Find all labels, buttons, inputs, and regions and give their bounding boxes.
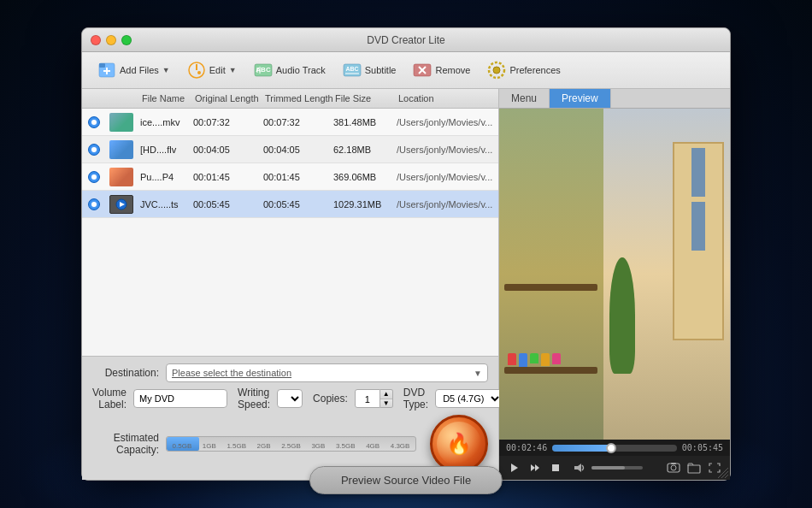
burn-button[interactable]: 🔥 xyxy=(430,415,488,473)
svg-point-17 xyxy=(493,67,500,74)
cap-marker-3: 1.5GB xyxy=(223,442,250,451)
row3-name: Pu....P4 xyxy=(137,172,190,182)
video-frame xyxy=(499,109,730,440)
row2-thumbnail xyxy=(109,140,133,159)
add-files-label: Add Files xyxy=(120,65,159,75)
copies-value: 1 xyxy=(355,389,380,408)
svg-marker-22 xyxy=(531,464,535,471)
shelf-1 xyxy=(504,367,597,374)
svg-rect-1 xyxy=(99,63,105,68)
edit-arrow: ▼ xyxy=(229,66,237,74)
table-row[interactable]: Pu....P4 00:01:45 00:01:45 369.06MB /Use… xyxy=(82,163,498,191)
stop-button[interactable] xyxy=(547,459,564,476)
header-trimmed: Trimmed Length xyxy=(260,92,330,105)
row3-thumb xyxy=(106,168,137,186)
play-button[interactable] xyxy=(506,459,523,476)
video-left xyxy=(499,109,603,440)
row2-size: 62.18MB xyxy=(330,145,393,155)
svg-point-6 xyxy=(197,71,201,74)
table-row[interactable]: JVC.....ts 00:05:45 00:05:45 1029.31MB /… xyxy=(82,191,498,218)
audio-track-button[interactable]: ABC Audio Track xyxy=(247,57,332,83)
item-red xyxy=(508,353,516,365)
row3-location: /Users/jonly/Movies/v... xyxy=(393,172,498,182)
row3-check[interactable] xyxy=(82,171,106,183)
edit-button[interactable]: Edit ▼ xyxy=(180,57,244,83)
audio-track-label: Audio Track xyxy=(276,65,326,75)
table-row[interactable]: ice....mkv 00:07:32 00:07:32 381.48MB /U… xyxy=(82,109,498,136)
maximize-button[interactable] xyxy=(121,35,132,45)
cap-marker-2: 1GB xyxy=(196,442,223,451)
writing-speed-label: Writing Speed: xyxy=(238,387,270,411)
remove-button[interactable]: Remove xyxy=(406,57,477,83)
row2-location: /Users/jonly/Movies/v... xyxy=(393,145,498,155)
preferences-label: Preferences xyxy=(509,65,560,75)
row2-check[interactable] xyxy=(82,144,106,156)
copies-stepper[interactable]: 1 ▲ ▼ xyxy=(355,389,393,408)
menu-tab[interactable]: Menu xyxy=(499,89,550,108)
add-files-icon xyxy=(97,61,116,80)
edit-label: Edit xyxy=(209,65,226,75)
row1-check[interactable] xyxy=(82,116,106,128)
row1-original: 00:07:32 xyxy=(190,117,260,127)
table-body: ice....mkv 00:07:32 00:07:32 381.48MB /U… xyxy=(82,109,498,356)
cap-marker-6: 3GB xyxy=(304,442,332,451)
header-filename: File Name xyxy=(137,92,190,105)
minimize-button[interactable] xyxy=(106,35,116,45)
capacity-row: Estimated Capacity: 0.5GB 1GB 1.5GB 2GB … xyxy=(92,415,488,473)
writing-speed-select[interactable] xyxy=(277,389,303,408)
window-title: DVD Creator Lite xyxy=(367,34,444,46)
preview-source-video-button[interactable]: Preview Source Video File xyxy=(309,466,503,494)
row4-original: 00:05:45 xyxy=(190,199,260,210)
row4-check[interactable] xyxy=(82,198,106,210)
svg-text:ABC: ABC xyxy=(256,66,271,74)
subtitle-label: Subtitle xyxy=(365,65,397,75)
window-controls xyxy=(91,35,132,45)
progress-bar[interactable] xyxy=(552,445,677,452)
row2-trimmed: 00:04:05 xyxy=(260,145,330,155)
row1-location: /Users/jonly/Movies/v... xyxy=(393,117,498,127)
destination-select[interactable]: Please select the destination ▼ xyxy=(166,363,488,382)
cap-marker-1: 0.5GB xyxy=(168,442,196,451)
svg-marker-25 xyxy=(574,464,581,472)
row4-trimmed: 00:05:45 xyxy=(260,199,330,210)
add-files-button[interactable]: Add Files ▼ xyxy=(91,57,177,83)
preview-tab[interactable]: Preview xyxy=(550,89,611,108)
folder-button[interactable] xyxy=(685,459,703,476)
preferences-button[interactable]: Preferences xyxy=(480,57,567,83)
svg-rect-29 xyxy=(688,465,700,473)
title-bar: DVD Creator Lite xyxy=(82,28,730,52)
fast-forward-button[interactable] xyxy=(527,459,544,476)
dvd-type-select[interactable]: D5 (4.7G) xyxy=(435,389,503,408)
progress-thumb xyxy=(606,443,616,453)
table-row[interactable]: [HD....flv 00:04:05 00:04:05 62.18MB /Us… xyxy=(82,136,498,163)
svg-rect-28 xyxy=(671,463,676,464)
svg-marker-21 xyxy=(511,464,518,472)
row3-size: 369.06MB xyxy=(330,172,393,182)
stepper-down-button[interactable]: ▼ xyxy=(380,399,392,408)
close-button[interactable] xyxy=(91,35,101,45)
svg-marker-23 xyxy=(535,464,539,471)
volume-fill xyxy=(591,466,625,470)
cap-marker-8: 4GB xyxy=(359,442,386,451)
cap-marker-4: 2GB xyxy=(250,442,278,451)
dropdown-arrow-icon: ▼ xyxy=(474,369,482,378)
cap-marker-7: 3.5GB xyxy=(332,442,359,451)
destination-label: Destination: xyxy=(92,367,159,379)
settings-panel: Destination: Please select the destinati… xyxy=(82,356,498,480)
volume-icon xyxy=(571,459,588,476)
stepper-up-button[interactable]: ▲ xyxy=(380,390,392,399)
screenshot-button[interactable] xyxy=(665,459,682,476)
copies-label: Copies: xyxy=(313,393,348,405)
preferences-icon xyxy=(487,61,506,80)
volume-input[interactable] xyxy=(133,389,227,408)
volume-slider[interactable] xyxy=(591,466,643,470)
stepper-buttons: ▲ ▼ xyxy=(380,389,393,408)
header-thumb xyxy=(106,92,137,105)
video-right xyxy=(603,109,731,440)
svg-line-32 xyxy=(725,475,728,478)
main-window: DVD Creator Lite Add Files ▼ xyxy=(81,27,731,481)
preview-tabs: Menu Preview xyxy=(499,89,730,109)
building-facade xyxy=(673,142,723,340)
subtitle-button[interactable]: ABC Subtitle xyxy=(336,57,403,83)
tree xyxy=(609,257,635,373)
